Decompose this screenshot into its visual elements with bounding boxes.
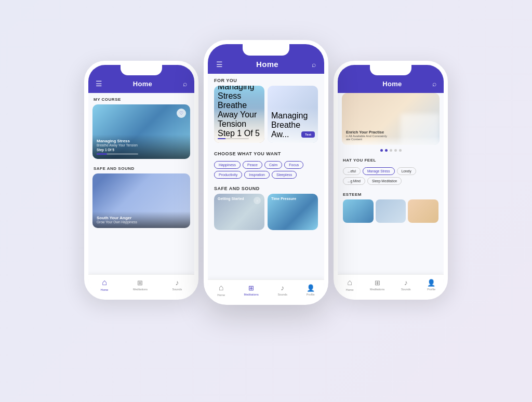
right-nav-profile[interactable]: 👤 Profile <box>427 279 435 291</box>
pill-happiness[interactable]: Happiness <box>214 161 241 169</box>
pill-grateful[interactable]: ...eful <box>343 167 361 175</box>
pill-focus[interactable]: Focus <box>284 161 303 169</box>
right-phone-title: Home <box>382 80 402 88</box>
stress-card[interactable]: ♡ Managing Stress Breathe Away Your Tens… <box>92 104 190 159</box>
phones-container: ☰ Home ⌕ MY COURSE ♡ Managing Stress Bre… <box>79 19 453 383</box>
for-you-label: FOR YOU <box>208 74 324 86</box>
fy-card1-title: Managing Stress <box>218 86 261 101</box>
pill-sleep-meditation[interactable]: Sleep Meditation <box>367 177 402 185</box>
center-meditations-icon: ⊞ <box>248 284 254 292</box>
right-meditations-icon: ⊞ <box>375 279 380 287</box>
safe-sound-label: SAFE AND SOUND <box>88 162 194 173</box>
pill-mind[interactable]: ...g Mind <box>343 177 365 185</box>
right-bottom-nav: ⌂ Home ⊞ Meditations ♪ Sounds 👤 Profile <box>338 274 444 293</box>
dot-3 <box>390 149 392 152</box>
dot-4 <box>394 149 397 152</box>
time-pressure-card[interactable]: Time Pressure <box>268 194 318 230</box>
center-nav-sounds[interactable]: ♪ Sounds <box>277 284 287 296</box>
center-home-icon: ⌂ <box>219 283 224 292</box>
pill-calm[interactable]: Calm <box>264 161 282 169</box>
stones-card[interactable]: Managing Stress Breathe Away Your Tensio… <box>214 86 264 143</box>
right-nav-sounds[interactable]: ♪ Sounds <box>401 278 411 291</box>
right-nav-meditations[interactable]: ⊞ Meditations <box>370 279 384 291</box>
center-bottom-nav: ⌂ Home ⊞ Meditations ♪ Sounds 👤 Profile <box>208 279 324 298</box>
esteem-card-3[interactable] <box>408 199 438 223</box>
home-icon: ⌂ <box>102 278 107 287</box>
heart-icon[interactable]: ♡ <box>177 109 186 118</box>
safe-card-subtitle: Grow Your Own Happiness <box>97 220 186 224</box>
center-sounds-label: Sounds <box>277 293 287 296</box>
left-phone-notch <box>121 65 162 75</box>
fy-card1-sub: Breathe Away Your Tension <box>218 101 261 129</box>
esteem-label: ESTEEM <box>338 188 444 199</box>
meditation-card[interactable]: Managing Breathe Aw... Text <box>268 86 318 143</box>
right-phone: Home ⌕ Enrich Your Practise n All Availa… <box>334 61 448 300</box>
progress-bar <box>97 153 138 155</box>
pill-peace[interactable]: Peace <box>243 161 262 169</box>
yoga-card[interactable]: South Your Anger Grow Your Own Happiness <box>92 173 190 228</box>
left-bottom-nav: ⌂ Home ⊞ Meditations ♪ Sounds <box>88 274 194 293</box>
getting-started-card[interactable]: Getting Started › <box>214 194 264 230</box>
pills-row: Happiness Peace Calm Focus Productivity … <box>208 159 324 182</box>
progress-fill <box>97 153 107 155</box>
left-phone-title: Home <box>133 80 152 88</box>
right-phone-content: Enrich Your Practise n All Available And… <box>338 93 444 293</box>
for-you-row: Managing Stress Breathe Away Your Tensio… <box>208 86 324 147</box>
esteem-card-2[interactable] <box>376 199 406 223</box>
text-button[interactable]: Text <box>301 131 315 138</box>
pill-inspiration[interactable]: Inspration <box>244 171 270 179</box>
center-phone: ☰ Home ⌕ FOR YOU Managing Stress Breathe… <box>204 40 328 305</box>
time-pressure-label: Time Pressure <box>271 197 314 200</box>
center-nav-meditations[interactable]: ⊞ Meditations <box>244 284 259 296</box>
fy-progress-fill <box>218 138 225 140</box>
pill-sleepless[interactable]: Sleepless <box>272 171 297 179</box>
pill-manage-stress[interactable]: Manage Stress <box>363 167 395 175</box>
card-subtitle: Breathe Away Your Tension <box>97 143 186 147</box>
dot-2 <box>385 149 388 152</box>
pill-productivity[interactable]: Productivity <box>214 171 242 179</box>
my-course-label: MY COURSE <box>88 93 194 104</box>
center-menu-icon[interactable]: ☰ <box>216 60 223 69</box>
right-nav-home[interactable]: ⌂ Home <box>346 278 354 291</box>
nav-meditations[interactable]: ⊞ Meditations <box>133 279 148 291</box>
center-meditations-label: Meditations <box>244 293 259 296</box>
menu-icon[interactable]: ☰ <box>96 79 102 88</box>
center-search-icon[interactable]: ⌕ <box>312 60 316 69</box>
hero-card[interactable]: Enrich Your Practise n All Available And… <box>342 93 440 145</box>
dot-5 <box>399 149 402 152</box>
nav-meditations-label: Meditations <box>133 288 148 291</box>
safe-card-title: South Your Anger <box>97 216 186 220</box>
center-phone-content: FOR YOU Managing Stress Breathe Away You… <box>208 74 324 298</box>
center-profile-icon: 👤 <box>307 284 315 292</box>
hero-info: Enrich Your Practise n All Available And… <box>346 130 435 141</box>
hero-title: Enrich Your Practise <box>346 130 435 135</box>
meditations-icon: ⊞ <box>137 279 143 287</box>
center-phone-notch <box>243 44 289 56</box>
dot-1 <box>380 149 383 152</box>
esteem-row <box>338 199 444 223</box>
sounds-icon: ♪ <box>175 278 179 287</box>
center-nav-home[interactable]: ⌂ Home <box>217 283 225 297</box>
card-step: Step 1 Of 5 <box>97 148 186 152</box>
nav-home[interactable]: ⌂ Home <box>101 278 109 291</box>
right-meditations-label: Meditations <box>370 288 384 291</box>
what-feel-label: HAT YOU FEEL <box>338 154 444 165</box>
nav-sounds[interactable]: ♪ Sounds <box>172 278 182 291</box>
right-search-icon[interactable]: ⌕ <box>432 79 436 88</box>
right-phone-notch <box>370 65 411 75</box>
hero-sub2: ate Content <box>346 138 435 141</box>
esteem-card-1[interactable] <box>343 199 374 223</box>
pill-lonely[interactable]: Lonely <box>397 167 416 175</box>
center-sounds-icon: ♪ <box>281 284 284 292</box>
center-home-label: Home <box>217 293 225 297</box>
left-phone-content: MY COURSE ♡ Managing Stress Breathe Away… <box>88 93 194 293</box>
right-profile-label: Profile <box>427 288 435 291</box>
fy-progress-bar <box>218 138 249 140</box>
right-home-icon: ⌂ <box>347 278 352 287</box>
center-phone-title: Home <box>256 60 278 69</box>
center-profile-label: Profile <box>307 293 315 296</box>
center-safe-label: SAFE AND SOUND <box>208 182 324 194</box>
search-icon[interactable]: ⌕ <box>183 79 187 88</box>
center-nav-profile[interactable]: 👤 Profile <box>307 284 315 296</box>
nav-home-label: Home <box>101 288 109 291</box>
